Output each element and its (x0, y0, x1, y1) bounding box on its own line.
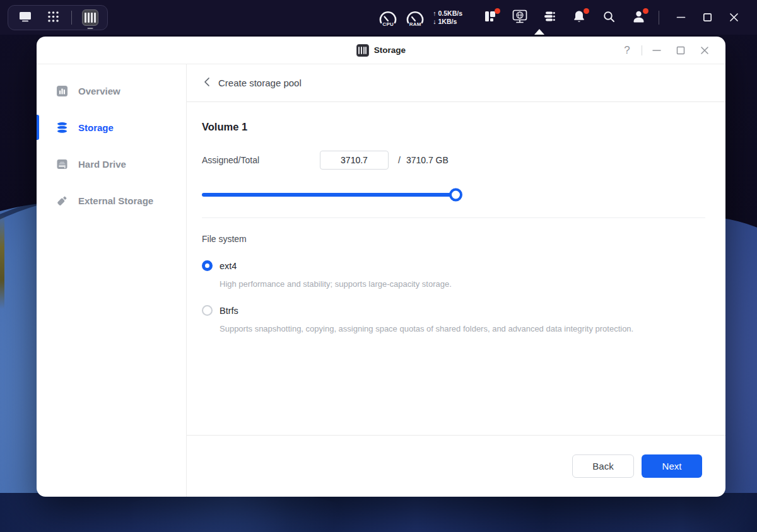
services-button[interactable] (540, 7, 559, 28)
notification-badge (495, 8, 500, 14)
slider-handle[interactable] (449, 188, 462, 202)
server-stack-icon (543, 9, 556, 25)
sidebar-item-external-storage[interactable]: External Storage (37, 182, 186, 219)
nas-device-icon (82, 9, 98, 26)
total-capacity-value: 3710.7 GB (406, 155, 449, 165)
active-app-underline (88, 28, 93, 29)
upload-arrow-icon: ↑ (433, 9, 436, 18)
desktop-monitor-icon (18, 10, 32, 25)
taskbar-divider (71, 11, 72, 25)
show-desktop-button[interactable] (16, 7, 35, 28)
sidebar-item-hard-drive[interactable]: Hard Drive (37, 146, 186, 182)
sidebar-item-label: Storage (78, 122, 114, 133)
radio-selected-icon[interactable] (202, 260, 213, 271)
wizard-footer: Back Next (187, 435, 725, 497)
sidebar-item-overview[interactable]: Overview (37, 72, 186, 109)
close-button[interactable] (695, 41, 714, 60)
hard-drive-icon (56, 158, 69, 171)
notification-badge (643, 8, 648, 14)
maximize-button[interactable] (671, 41, 690, 60)
desktop-maximize-button[interactable] (695, 7, 719, 28)
assigned-size-input[interactable] (320, 151, 389, 170)
user-account-button[interactable] (629, 7, 648, 28)
ram-label: RAM (409, 21, 421, 27)
notifications-button[interactable] (570, 7, 589, 28)
filesystem-option-description: High performance and stability; supports… (220, 279, 705, 289)
filesystem-option-label: ext4 (220, 261, 237, 271)
assigned-separator: / (398, 155, 401, 165)
active-app-caret (534, 29, 544, 35)
radio-unselected-icon[interactable] (202, 305, 213, 316)
desktop-minimize-button[interactable] (669, 7, 693, 28)
sidebar: Overview Storage (37, 64, 187, 497)
ram-monitor-button[interactable]: RAM (404, 8, 426, 27)
widgets-button[interactable] (481, 7, 500, 28)
filesystem-option-ext4[interactable]: ext4 (202, 260, 705, 271)
wallpaper-accent-sliver (0, 214, 4, 309)
taskbar-status-area: CPU RAM ↑ 0.5KB/s ↓ 1KB/s (377, 7, 746, 28)
help-button[interactable]: ? (618, 41, 637, 60)
storage-database-icon (56, 121, 69, 134)
sidebar-item-label: External Storage (78, 195, 153, 206)
sidebar-item-label: Overview (78, 86, 120, 96)
help-icon: ? (624, 44, 630, 57)
content-area: Create storage pool Volume 1 Assigned/To… (187, 64, 725, 497)
usb-drive-icon (56, 194, 69, 207)
search-button[interactable] (599, 7, 618, 28)
next-button[interactable]: Next (642, 454, 702, 478)
download-arrow-icon: ↓ (433, 18, 436, 26)
page-title: Create storage pool (218, 78, 302, 88)
capacity-slider[interactable] (202, 188, 456, 201)
notification-badge (584, 8, 589, 14)
upload-speed: 0.5KB/s (438, 9, 462, 18)
window-titlebar[interactable]: Storage ? (37, 37, 725, 64)
minimize-button[interactable] (647, 41, 666, 60)
sidebar-item-label: Hard Drive (78, 159, 126, 170)
sidebar-item-storage[interactable]: Storage (37, 109, 186, 146)
file-system-label: File system (202, 234, 705, 244)
overview-icon (56, 84, 69, 98)
wallpaper-bottom-band (0, 493, 757, 532)
filesystem-option-btrfs[interactable]: Btrfs (202, 305, 705, 316)
app-launcher-button[interactable] (44, 7, 62, 28)
back-button[interactable]: Back (572, 454, 634, 478)
back-navigation-button[interactable] (202, 77, 211, 89)
taskbar-divider (659, 11, 659, 25)
chevron-left-icon (202, 77, 211, 89)
cpu-monitor-button[interactable]: CPU (377, 8, 399, 27)
taskbar: CPU RAM ↑ 0.5KB/s ↓ 1KB/s (0, 0, 757, 35)
slider-track-filled (202, 193, 456, 197)
cpu-label: CPU (382, 21, 394, 27)
filesystem-option-description: Supports snapshotting, copying, assignin… (220, 324, 705, 333)
search-icon (602, 10, 616, 25)
apps-grid-icon (47, 11, 59, 25)
network-speed[interactable]: ↑ 0.5KB/s ↓ 1KB/s (433, 9, 462, 26)
content-header: Create storage pool (187, 64, 725, 102)
storage-app-icon (356, 44, 369, 57)
window-title-group: Storage (356, 44, 406, 57)
filesystem-option-label: Btrfs (220, 306, 238, 316)
assigned-total-label: Assigned/Total (202, 155, 320, 165)
remote-desktop-button[interactable] (510, 7, 529, 28)
nas-app-button[interactable] (81, 7, 100, 28)
desktop-close-button[interactable] (722, 7, 746, 28)
monitor-globe-icon (512, 9, 528, 26)
window-controls-divider (642, 45, 642, 55)
storage-window: Storage ? (37, 37, 725, 497)
section-divider (202, 217, 705, 218)
taskbar-app-group (8, 5, 108, 30)
active-indicator (37, 115, 39, 140)
assigned-total-row: Assigned/Total / 3710.7 GB (202, 151, 705, 170)
download-speed: 1KB/s (438, 18, 457, 26)
volume-title: Volume 1 (202, 121, 705, 133)
window-title: Storage (374, 45, 406, 55)
volume-settings-panel: Volume 1 Assigned/Total / 3710.7 GB File… (187, 102, 725, 435)
